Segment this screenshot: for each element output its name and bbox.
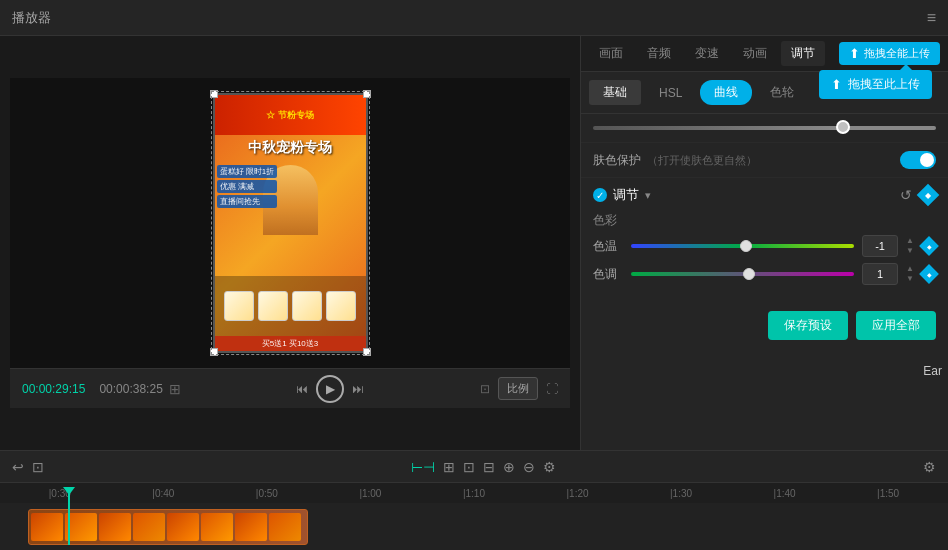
time-mark-6: |1:30 [670, 488, 692, 499]
timeline-zoom-icon[interactable]: ⚙ [923, 459, 936, 475]
save-preset-button[interactable]: 保存预设 [768, 311, 848, 340]
color-tab-hsl[interactable]: HSL [645, 82, 696, 104]
diamond-btn[interactable]: ◆ [917, 184, 940, 207]
timeline-tools-right: ⚙ [923, 459, 936, 475]
apply-all-button[interactable]: 应用全部 [856, 311, 936, 340]
total-time: 00:00:38:25 [99, 382, 162, 396]
color-tab-basic[interactable]: 基础 [589, 80, 641, 105]
tab-screen[interactable]: 画面 [589, 41, 633, 66]
timeline-unlink-icon[interactable]: ⊟ [483, 459, 495, 475]
global-slider-thumb [836, 120, 850, 134]
time-mark-1: |0:40 [152, 488, 174, 499]
product-1 [224, 291, 254, 321]
clip-thumbnails [29, 511, 307, 543]
thumbnail-banner: ☆ 节粉专场 [215, 95, 366, 135]
tint-value[interactable]: 1 [862, 263, 898, 285]
side-text-boxes: 蛋糕好 限时1折 优惠 满减 直播间抢先 [217, 165, 278, 208]
playback-controls: ⏮ ▶ ⏭ [296, 375, 364, 403]
timeline-link-icon[interactable]: ⊡ [463, 459, 475, 475]
tab-animation[interactable]: 动画 [733, 41, 777, 66]
crop-icon[interactable]: ⊡ [480, 382, 490, 396]
video-thumbnail: ☆ 节粉专场 中秋宠粉专场 蛋糕好 限时1折 优惠 满减 直播间抢先 [213, 93, 368, 353]
tint-label: 色调 [593, 266, 623, 283]
upload-btn-top[interactable]: ⬆ 拖拽全能上传 [839, 42, 940, 65]
ear-badge: Ear [917, 362, 948, 380]
video-preview-area: ☆ 节粉专场 中秋宠粉专场 蛋糕好 限时1折 优惠 满减 直播间抢先 [10, 78, 570, 368]
skin-toggle[interactable] [900, 151, 936, 169]
tab-audio[interactable]: 音频 [637, 41, 681, 66]
thumbnail-title: 中秋宠粉专场 [215, 135, 366, 161]
text-box-1: 蛋糕好 限时1折 [217, 165, 278, 178]
reset-icon[interactable]: ↺ [900, 187, 912, 203]
temperature-diamond-btn[interactable]: ◆ [919, 236, 939, 256]
temp-diamond-icon: ◆ [927, 243, 932, 250]
timeline-merge-icon[interactable]: ⊞ [443, 459, 455, 475]
bottom-buttons: 保存预设 应用全部 [581, 303, 948, 348]
timeline-freeze-icon[interactable]: ⊕ [503, 459, 515, 475]
section-header: ✓ 调节 ▾ ↺ ◆ [593, 186, 936, 204]
tab-speed[interactable]: 变速 [685, 41, 729, 66]
color-label: 色彩 [593, 212, 936, 229]
temperature-slider-row: 色温 -1 ▲ ▼ ◆ [593, 235, 936, 257]
text-box-3: 直播间抢先 [217, 195, 278, 208]
color-tab-colorwheel[interactable]: 色轮 [756, 80, 808, 105]
tint-diamond-icon: ◆ [927, 271, 932, 278]
handle-bl [210, 348, 218, 356]
adjustment-section: ✓ 调节 ▾ ↺ ◆ 色彩 色温 -1 [581, 178, 948, 299]
tint-diamond-btn[interactable]: ◆ [919, 264, 939, 284]
menu-icon[interactable]: ≡ [927, 9, 936, 27]
tab-adjustment[interactable]: 调节 [781, 41, 825, 66]
upload-btn-label: 拖拽全能上传 [864, 46, 930, 61]
tint-down-arrow[interactable]: ▼ [906, 274, 914, 284]
clip-thumb-3 [99, 513, 131, 541]
tint-slider-row: 色调 1 ▲ ▼ ◆ [593, 263, 936, 285]
grid-icon: ⊞ [169, 381, 181, 397]
product-4 [326, 291, 356, 321]
temp-down-arrow[interactable]: ▼ [906, 246, 914, 256]
ratio-button[interactable]: 比例 [498, 377, 538, 400]
timeline-icon-2[interactable]: ⊡ [32, 459, 44, 475]
playhead [68, 489, 70, 545]
tab-group: 画面 音频 变速 动画 调节 [589, 41, 825, 66]
tint-arrows[interactable]: ▲ ▼ [906, 264, 914, 283]
fullscreen-icon[interactable]: ⛶ [546, 382, 558, 396]
skin-label: 肤色保护 [593, 152, 641, 169]
tint-up-arrow[interactable]: ▲ [906, 264, 914, 274]
timeline-track-inner [8, 509, 940, 545]
tint-thumb [743, 268, 755, 280]
skin-label-group: 肤色保护 （打开使肤色更自然） [593, 152, 757, 169]
play-button[interactable]: ▶ [316, 375, 344, 403]
color-tab-curve[interactable]: 曲线 [700, 80, 752, 105]
upload-icon: ⬆ [849, 46, 860, 61]
section-title-arrow: ▾ [645, 189, 651, 202]
global-slider[interactable] [593, 126, 936, 130]
global-slider-section [581, 114, 948, 143]
timeline-settings-icon[interactable]: ⚙ [543, 459, 556, 475]
time-mark-4: |1:10 [463, 488, 485, 499]
toggle-thumb [920, 153, 934, 167]
temperature-track-wrapper[interactable] [631, 244, 854, 248]
handle-br [363, 348, 371, 356]
skin-hint: （打开使肤色更自然） [647, 153, 757, 168]
step-back-icon[interactable]: ⏮ [296, 382, 308, 396]
ruler-marks: |0:30 |0:40 |0:50 |1:00 |1:10 |1:20 |1:3… [8, 488, 940, 499]
temp-up-arrow[interactable]: ▲ [906, 236, 914, 246]
upload-area: ⬆ 拖拽全能上传 ⬆ 拖拽至此上传 [839, 42, 940, 65]
handle-tl [210, 90, 218, 98]
video-thumbnail-container: ☆ 节粉专场 中秋宠粉专场 蛋糕好 限时1折 优惠 满减 直播间抢先 [213, 93, 368, 353]
temperature-value[interactable]: -1 [862, 235, 898, 257]
timeline-toolbar: ↩ ⊡ ⊢⊣ ⊞ ⊡ ⊟ ⊕ ⊖ ⚙ ⚙ [0, 451, 948, 483]
clip-thumb-7 [235, 513, 267, 541]
thumbnail-footer: 买5送1 买10送3 [215, 336, 366, 351]
timeline-add-icon[interactable]: ⊖ [523, 459, 535, 475]
upload-popup-label: 拖拽至此上传 [848, 76, 920, 93]
app-title: 播放器 [12, 9, 51, 27]
timeline-icon-1[interactable]: ↩ [12, 459, 24, 475]
timeline-clip[interactable] [28, 509, 308, 545]
timeline-split-icon[interactable]: ⊢⊣ [411, 459, 435, 475]
tint-track-wrapper[interactable] [631, 272, 854, 276]
skin-protection-row: 肤色保护 （打开使肤色更自然） [581, 143, 948, 178]
temperature-arrows[interactable]: ▲ ▼ [906, 236, 914, 255]
temperature-thumb [740, 240, 752, 252]
step-forward-icon[interactable]: ⏭ [352, 382, 364, 396]
